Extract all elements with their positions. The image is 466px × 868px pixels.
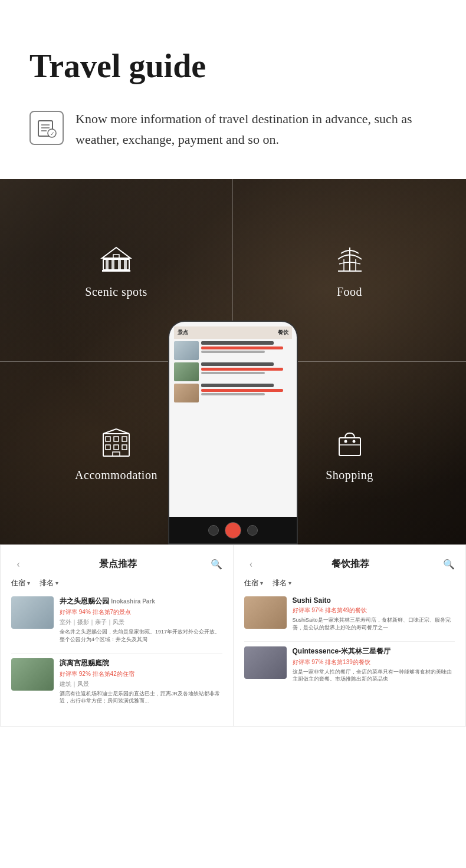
filter-rank-left-arrow: ▾ bbox=[55, 580, 58, 586]
svg-rect-21 bbox=[114, 445, 119, 450]
svg-rect-18 bbox=[114, 437, 119, 441]
card-scenic-title: 景点推荐 bbox=[99, 558, 137, 570]
svg-rect-8 bbox=[111, 259, 114, 270]
phone-mockup: 景点餐饮 bbox=[168, 321, 298, 544]
filter-rank-right-arrow: ▾ bbox=[288, 580, 291, 586]
svg-rect-10 bbox=[124, 259, 127, 270]
accommodation-label: Accommodation bbox=[75, 468, 157, 482]
divider-1 bbox=[11, 653, 222, 654]
place-info-3: Sushi Saito 好评率 97% 排名第49的餐饮 SushiSaito是… bbox=[293, 596, 455, 631]
place-img-3 bbox=[244, 596, 287, 629]
place-rating-1: 好评率 94% 排名第7的景点 bbox=[60, 608, 222, 616]
place-info-2: 滨离宫恩赐庭院 好评率 92% 排名第42的住宿 建筑｜风景 酒店有往返机场和迪… bbox=[60, 658, 222, 705]
card-food-header: ‹ 餐饮推荐 🔍 bbox=[244, 557, 455, 571]
place-img-4 bbox=[244, 646, 287, 679]
svg-rect-25 bbox=[113, 452, 120, 456]
page-title: Travel guide bbox=[29, 47, 437, 85]
filter-rank-left-label: 排名 bbox=[40, 578, 54, 588]
card-food-title: 餐饮推荐 bbox=[332, 558, 369, 570]
phone-btn-right bbox=[247, 525, 258, 536]
place-item-3[interactable]: Sushi Saito 好评率 97% 排名第49的餐饮 SushiSaito是… bbox=[244, 596, 455, 631]
top-section: Travel guide ✓ Know more information of … bbox=[0, 0, 466, 179]
place-tags-1: 室外｜摄影｜亲子｜风景 bbox=[60, 618, 222, 626]
place-name-2: 滨离宫恩赐庭院 bbox=[60, 658, 222, 668]
category-section: Scenic spots Food bbox=[0, 179, 466, 544]
svg-rect-20 bbox=[106, 445, 110, 450]
svg-rect-12 bbox=[102, 270, 130, 272]
card-food-back[interactable]: ‹ bbox=[244, 557, 258, 571]
card-food-search[interactable]: 🔍 bbox=[443, 559, 455, 570]
filter-stay-right[interactable]: 住宿 ▾ bbox=[244, 578, 263, 588]
svg-rect-26 bbox=[339, 438, 360, 456]
svg-point-28 bbox=[344, 440, 347, 443]
filter-stay-right-label: 住宿 bbox=[244, 578, 258, 588]
place-name-4: Quintessence-米其林三星餐厅 bbox=[293, 646, 455, 656]
place-desc-1: 全名井之头恩赐公园，先前是皇家御苑。1917年开放对外公众开放。整个公园分为4个… bbox=[60, 628, 222, 643]
card-food-filters: 住宿 ▾ 排名 ▾ bbox=[244, 578, 455, 588]
place-img-1 bbox=[11, 596, 54, 629]
place-desc-4: 这是一家非常人性的餐厅，全店的菜单只有一种能够将食材的美味由主厨做主的套餐。市场… bbox=[293, 668, 455, 683]
place-name-en-1: Inokashira Park bbox=[111, 598, 155, 605]
travel-guide-icon: ✓ bbox=[29, 111, 64, 145]
svg-text:✓: ✓ bbox=[50, 131, 55, 137]
place-name-1: 井之头恩赐公园 Inokashira Park bbox=[60, 596, 222, 606]
phone-btn-main bbox=[225, 522, 241, 539]
food-label: Food bbox=[337, 285, 362, 299]
place-rating-4: 好评率 97% 排名第139的餐饮 bbox=[293, 658, 455, 666]
divider-2 bbox=[244, 641, 455, 642]
phone-bottom-bar bbox=[169, 517, 297, 543]
place-desc-2: 酒店有往返机场和迪士尼乐园的直达巴士，距离JR及各地铁站都非常近，出行非常方便；… bbox=[60, 690, 222, 705]
place-item-4[interactable]: Quintessence-米其林三星餐厅 好评率 97% 排名第139的餐饮 这… bbox=[244, 646, 455, 683]
scenic-label: Scenic spots bbox=[85, 285, 147, 299]
phone-screen: 景点餐饮 bbox=[169, 322, 297, 517]
place-item-2[interactable]: 滨离宫恩赐庭院 好评率 92% 排名第42的住宿 建筑｜风景 酒店有往返机场和迪… bbox=[11, 658, 222, 705]
filter-stay-left-label: 住宿 bbox=[11, 578, 25, 588]
food-icon bbox=[332, 242, 367, 277]
filter-rank-right[interactable]: 排名 ▾ bbox=[273, 578, 291, 588]
phone-btn-left bbox=[208, 525, 219, 536]
place-rating-3: 好评率 97% 排名第49的餐饮 bbox=[293, 606, 455, 615]
cards-section: ‹ 景点推荐 🔍 住宿 ▾ 排名 ▾ 井之头恩赐公园 Inokashira Pa… bbox=[0, 544, 466, 726]
filter-rank-left[interactable]: 排名 ▾ bbox=[40, 578, 58, 588]
svg-rect-17 bbox=[106, 437, 110, 441]
filter-stay-left[interactable]: 住宿 ▾ bbox=[11, 578, 30, 588]
place-info-1: 井之头恩赐公园 Inokashira Park 好评率 94% 排名第7的景点 … bbox=[60, 596, 222, 643]
card-food: ‹ 餐饮推荐 🔍 住宿 ▾ 排名 ▾ Sushi Saito 好评率 97% 排… bbox=[233, 544, 467, 726]
shopping-label: Shopping bbox=[326, 468, 373, 482]
svg-marker-11 bbox=[102, 247, 130, 258]
svg-rect-19 bbox=[122, 437, 127, 441]
building-columns-icon bbox=[99, 242, 134, 277]
place-tags-2: 建筑｜风景 bbox=[60, 680, 222, 688]
svg-rect-9 bbox=[118, 259, 121, 270]
card-scenic-header: ‹ 景点推荐 🔍 bbox=[11, 557, 222, 571]
card-scenic-back[interactable]: ‹ bbox=[11, 557, 25, 571]
place-info-4: Quintessence-米其林三星餐厅 好评率 97% 排名第139的餐饮 这… bbox=[293, 646, 455, 683]
place-name-3: Sushi Saito bbox=[293, 596, 455, 605]
place-rating-2: 好评率 92% 排名第42的住宿 bbox=[60, 670, 222, 678]
description-text: Know more information of travel destinat… bbox=[76, 108, 437, 150]
svg-rect-22 bbox=[122, 445, 127, 450]
shopping-icon bbox=[332, 425, 367, 460]
place-item-1[interactable]: 井之头恩赐公园 Inokashira Park 好评率 94% 排名第7的景点 … bbox=[11, 596, 222, 643]
hotel-icon bbox=[99, 425, 134, 460]
card-scenic: ‹ 景点推荐 🔍 住宿 ▾ 排名 ▾ 井之头恩赐公园 Inokashira Pa… bbox=[0, 544, 233, 726]
filter-rank-right-label: 排名 bbox=[273, 578, 287, 588]
filter-stay-left-arrow: ▾ bbox=[27, 580, 30, 586]
description-row: ✓ Know more information of travel destin… bbox=[29, 108, 437, 150]
place-desc-3: SushiSaito是一家米其林三星寿司店，食材新鲜、口味正宗、服务完善，是公认… bbox=[293, 616, 455, 631]
card-scenic-search[interactable]: 🔍 bbox=[211, 559, 222, 570]
svg-point-29 bbox=[352, 440, 355, 443]
filter-stay-right-arrow: ▾ bbox=[260, 580, 263, 586]
card-scenic-filters: 住宿 ▾ 排名 ▾ bbox=[11, 578, 222, 588]
place-img-2 bbox=[11, 658, 54, 691]
svg-rect-7 bbox=[106, 259, 109, 270]
svg-line-24 bbox=[116, 429, 129, 434]
svg-line-23 bbox=[103, 429, 116, 434]
